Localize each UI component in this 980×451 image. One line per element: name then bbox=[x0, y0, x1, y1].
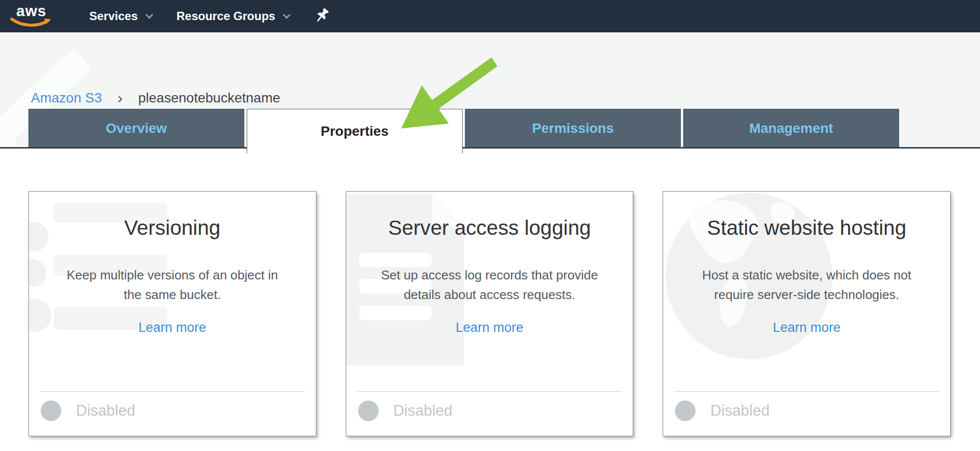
services-menu[interactable]: Services bbox=[89, 9, 152, 23]
status-indicator bbox=[675, 401, 696, 421]
chevron-down-icon bbox=[283, 11, 291, 19]
tab-permissions-label: Permissions bbox=[532, 121, 614, 136]
card-divider bbox=[357, 391, 622, 392]
status-label: Disabled bbox=[393, 402, 453, 420]
tab-management-label: Management bbox=[749, 121, 833, 136]
card-static-website-hosting[interactable]: Static website hosting Host a static web… bbox=[663, 191, 951, 436]
services-menu-label: Services bbox=[89, 9, 138, 23]
resource-groups-menu[interactable]: Resource Groups bbox=[177, 9, 289, 23]
breadcrumb-link-amazon-s3[interactable]: Amazon S3 bbox=[31, 90, 102, 106]
card-description: Keep multiple versions of an object in t… bbox=[29, 265, 316, 304]
learn-more-link[interactable]: Learn more bbox=[29, 320, 316, 335]
card-divider bbox=[40, 391, 305, 392]
status-indicator bbox=[358, 401, 379, 421]
card-server-access-logging[interactable]: Server access logging Set up access log … bbox=[346, 191, 634, 436]
tab-overview-label: Overview bbox=[106, 121, 167, 136]
tab-management[interactable]: Management bbox=[683, 109, 899, 149]
status-row: Disabled bbox=[358, 401, 621, 421]
card-description: Set up access log records that provide d… bbox=[346, 265, 633, 304]
properties-tab-content: Versioning Keep multiple versions of an … bbox=[0, 149, 980, 451]
status-label: Disabled bbox=[76, 402, 135, 420]
breadcrumb-current-bucket: pleasenotebucketname bbox=[138, 90, 281, 106]
aws-logo[interactable]: aws bbox=[9, 4, 54, 28]
status-row: Disabled bbox=[675, 401, 938, 421]
tab-properties-label: Properties bbox=[321, 124, 389, 139]
learn-more-link[interactable]: Learn more bbox=[346, 320, 633, 335]
page-header: Amazon S3 › pleasenotebucketname Overvie… bbox=[0, 32, 980, 149]
status-row: Disabled bbox=[41, 401, 304, 421]
card-description: Host a static website, which does not re… bbox=[663, 265, 950, 304]
aws-smile-icon bbox=[10, 17, 53, 28]
top-navbar: aws Services Resource Groups bbox=[0, 0, 980, 32]
card-title: Static website hosting bbox=[663, 216, 950, 240]
pushpin-icon[interactable] bbox=[315, 8, 330, 25]
resource-groups-menu-label: Resource Groups bbox=[177, 9, 275, 23]
chevron-down-icon bbox=[145, 11, 153, 19]
status-indicator bbox=[41, 401, 61, 421]
aws-logo-text: aws bbox=[16, 4, 47, 18]
card-title: Server access logging bbox=[346, 216, 633, 240]
card-divider bbox=[674, 391, 939, 392]
tab-permissions[interactable]: Permissions bbox=[465, 109, 681, 149]
tab-properties[interactable]: Properties bbox=[247, 109, 463, 153]
learn-more-link[interactable]: Learn more bbox=[663, 320, 950, 335]
card-versioning[interactable]: Versioning Keep multiple versions of an … bbox=[28, 191, 316, 436]
bucket-tabs: Overview Properties Permissions Manageme… bbox=[0, 109, 980, 149]
breadcrumb-separator-icon: › bbox=[118, 91, 123, 105]
status-label: Disabled bbox=[710, 402, 770, 420]
tab-overview[interactable]: Overview bbox=[28, 109, 244, 149]
card-title: Versioning bbox=[29, 216, 316, 240]
breadcrumb: Amazon S3 › pleasenotebucketname bbox=[31, 90, 280, 106]
